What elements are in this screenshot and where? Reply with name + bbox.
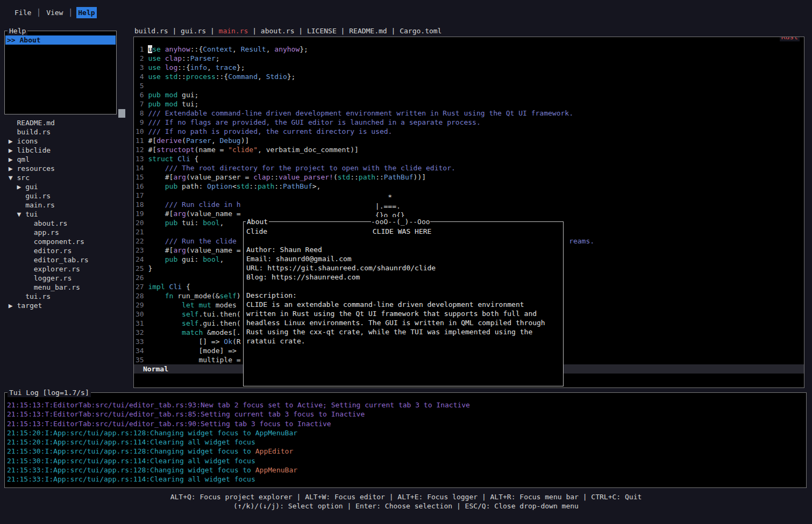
explorer-item-libclide[interactable]: ▶ libclide <box>4 146 130 155</box>
explorer-item-editor_tab-rs[interactable]: editor_tab.rs <box>4 255 130 264</box>
explorer-item-label: resources <box>17 164 54 173</box>
code-line-11[interactable]: 11 #[derive(Parser, Debug)] <box>136 136 804 145</box>
log-entry: 21:15:20:I:App:src/tui/app.rs:114:Cleari… <box>7 437 806 447</box>
explorer-item-explorer-rs[interactable]: explorer.rs <box>4 264 130 274</box>
explorer-item-label: build.rs <box>17 128 51 136</box>
explorer-item-icons[interactable]: ▶ icons <box>4 137 130 146</box>
line-number: 25 <box>136 264 144 273</box>
code-line-8[interactable]: 8 /// Extendable command-line driven dev… <box>136 109 804 118</box>
folder-expand-icon: ▶ <box>17 183 21 191</box>
explorer-item-editor-rs[interactable]: editor.rs <box>4 246 130 255</box>
explorer-item-app-rs[interactable]: app.rs <box>4 228 130 237</box>
code-line-16[interactable]: 16 pub path: Option<std::path::PathBuf>, <box>136 182 804 191</box>
explorer-item-target[interactable]: ▶ target <box>4 301 130 310</box>
explorer-item-qml[interactable]: ▶ qml <box>4 155 130 164</box>
help-dropdown: Help >> About <box>4 31 117 114</box>
owl-ascii-art: * |.===. {}o o{} <box>371 192 405 220</box>
tab-separator: | <box>387 27 400 35</box>
menu-separator: │ <box>37 8 41 17</box>
tab-README-md[interactable]: README.md <box>349 27 387 35</box>
explorer-item-about-rs[interactable]: about.rs <box>4 219 130 228</box>
log-entry: 21:15:33:I:App:src/tui/app.rs:128:Changi… <box>7 465 806 475</box>
line-number: 22 <box>136 236 144 246</box>
line-number: 18 <box>136 200 144 209</box>
code-line-1[interactable]: 1 use anyhow::{Context, Result, anyhow}; <box>136 45 804 54</box>
tab-Cargo-toml[interactable]: Cargo.toml <box>400 27 441 35</box>
menu-item-file[interactable]: File <box>13 7 33 18</box>
code-line-14[interactable]: 14 /// The root directory for the projec… <box>136 163 804 173</box>
tab-separator: | <box>248 27 260 35</box>
tab-main-rs[interactable]: main.rs <box>219 27 248 35</box>
explorer-item-resources[interactable]: ▶ resources <box>4 164 130 173</box>
line-number: 26 <box>136 273 144 282</box>
explorer-item-label: target <box>17 302 42 310</box>
help-dropdown-title: Help <box>8 26 27 35</box>
folder-expand-icon: ▶ <box>9 164 13 173</box>
line-number: 4 <box>136 72 144 81</box>
code-line-4[interactable]: 4 use std::process::{Command, Stdio}; <box>136 72 804 81</box>
explorer-item-logger-rs[interactable]: logger.rs <box>4 274 130 283</box>
explorer-item-label: gui <box>25 183 38 191</box>
about-popup-content: Clide CLIDE WAS HERE Author: Shaun Reed … <box>246 227 545 346</box>
menu-item-view[interactable]: View <box>45 7 65 18</box>
explorer-item-gui[interactable]: ▶ gui <box>4 182 130 191</box>
explorer-item-label: qml <box>17 155 29 163</box>
explorer-item-label: component.rs <box>34 238 84 246</box>
explorer-item-label: src <box>17 174 29 182</box>
code-line-15[interactable]: 15 #[arg(value_parser = clap::value_pars… <box>136 173 804 182</box>
line-number: 9 <box>136 118 144 127</box>
tab-gui-rs[interactable]: gui.rs <box>181 27 206 35</box>
code-line-6[interactable]: 6 pub mod gui; <box>136 90 804 99</box>
explorer-item-main-rs[interactable]: main.rs <box>4 200 130 210</box>
line-number: 31 <box>136 319 144 328</box>
code-line-10[interactable]: 10 /// If no path is provided, the curre… <box>136 127 804 136</box>
help-item-about[interactable]: >> About <box>5 35 116 45</box>
explorer-item-label: app.rs <box>34 228 59 236</box>
tui-log-lines: 21:15:13:T:EditorTab:src/tui/editor_tab.… <box>5 393 806 484</box>
footer-shortcuts-line2: (↑/k)/(↓/j): Select option | Enter: Choo… <box>0 501 812 511</box>
menu-item-help[interactable]: Help <box>76 7 96 18</box>
line-number: 35 <box>136 355 144 364</box>
tab-build-rs[interactable]: build.rs <box>134 27 168 35</box>
line-number: 21 <box>136 227 144 236</box>
editor-tab-bar: build.rs | gui.rs | main.rs | about.rs |… <box>134 26 441 35</box>
tab-about-rs[interactable]: about.rs <box>261 27 295 35</box>
code-line-2[interactable]: 2 use clap::Parser; <box>136 54 804 63</box>
line-number: 33 <box>136 337 144 346</box>
folder-expand-icon: ▶ <box>9 302 13 310</box>
folder-expand-icon: ▶ <box>9 155 13 163</box>
code-line-7[interactable]: 7 pub mod tui; <box>136 99 804 109</box>
tui-log-title: Tui Log [log=1.7/s] <box>8 388 91 397</box>
explorer-item-README-md[interactable]: README.md <box>4 118 130 127</box>
log-entry: 21:15:20:I:App:src/tui/app.rs:128:Changi… <box>7 428 806 437</box>
explorer-item-menu_bar-rs[interactable]: menu_bar.rs <box>4 283 130 292</box>
code-line-12[interactable]: 12 #[structopt(name = "clide", verbatim_… <box>136 145 804 154</box>
tab-separator: | <box>206 27 218 35</box>
code-line-13[interactable]: 13 struct Cli { <box>136 154 804 163</box>
line-number: 30 <box>136 310 144 319</box>
folder-collapse-icon: ▼ <box>17 210 21 218</box>
explorer-scrollbar-thumb[interactable] <box>118 109 125 118</box>
code-line-9[interactable]: 9 /// If no flags are provided, the GUI … <box>136 118 804 127</box>
line-number: 29 <box>136 300 144 310</box>
about-popup-title: About <box>246 217 269 226</box>
explorer-item-tui-rs[interactable]: tui.rs <box>4 292 130 301</box>
tab-separator: | <box>337 27 349 35</box>
footer-shortcuts-line1: ALT+Q: Focus project explorer | ALT+W: F… <box>0 492 812 501</box>
explorer-item-tui[interactable]: ▼ tui <box>4 210 130 219</box>
line-number: 28 <box>136 291 144 300</box>
log-entry: 21:15:33:I:App:src/tui/app.rs:114:Cleari… <box>7 475 806 484</box>
code-line-5[interactable]: 5 <box>136 81 804 90</box>
tab-LICENSE[interactable]: LICENSE <box>307 27 337 35</box>
explorer-item-component-rs[interactable]: component.rs <box>4 237 130 246</box>
explorer-item-label: libclide <box>17 146 51 154</box>
editor-mode-indicator: Normal <box>143 365 168 373</box>
line-number: 5 <box>136 81 144 90</box>
explorer-item-gui-rs[interactable]: gui.rs <box>4 191 130 200</box>
line-number: 14 <box>136 163 144 173</box>
line-number: 12 <box>136 145 144 154</box>
code-line-3[interactable]: 3 use log::{info, trace}; <box>136 63 804 72</box>
explorer-item-src[interactable]: ▼ src <box>4 173 130 182</box>
explorer-item-build-rs[interactable]: build.rs <box>4 127 130 137</box>
explorer-item-label: tui <box>25 210 38 218</box>
